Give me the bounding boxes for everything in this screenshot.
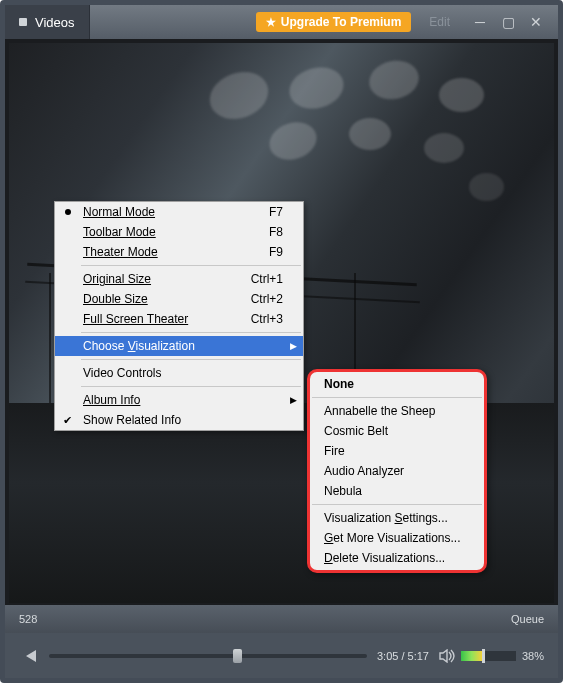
menu-item-toolbar-mode[interactable]: Toolbar Mode F8 <box>55 222 303 242</box>
submenu-item-get-more-visualizations[interactable]: Get More Visualizations... <box>310 528 484 548</box>
menu-label: Choose Visualization <box>83 339 195 353</box>
bottom-panel: 528 Queue 3:05 / 5:17 38% <box>5 605 558 678</box>
menu-separator <box>81 265 301 266</box>
submenu-item-delete-visualizations[interactable]: Delete Visualizations... <box>310 548 484 568</box>
shortcut: Ctrl+1 <box>251 272 283 286</box>
menu-label: Normal Mode <box>83 205 155 219</box>
bokeh-light <box>349 118 391 150</box>
menu-item-full-screen-theater[interactable]: Full Screen Theater Ctrl+3 <box>55 309 303 329</box>
tab-icon <box>19 18 27 26</box>
submenu-label: Annabelle the Sheep <box>324 404 435 418</box>
menu-separator <box>312 397 482 398</box>
bokeh-light <box>203 64 275 127</box>
menu-separator <box>81 359 301 360</box>
submenu-label: Fire <box>324 444 345 458</box>
video-area[interactable]: Normal Mode F7 Toolbar Mode F8 Theater M… <box>5 39 558 605</box>
volume-icon[interactable] <box>439 649 455 663</box>
queue-button[interactable]: Queue <box>511 613 544 625</box>
volume-bar[interactable] <box>461 651 516 661</box>
prev-button[interactable] <box>19 646 39 666</box>
submenu-label: Audio Analyzer <box>324 464 404 478</box>
bokeh-light <box>469 173 504 201</box>
menu-label: Video Controls <box>83 366 162 380</box>
tab-label: Videos <box>35 15 75 30</box>
menu-label: Toolbar Mode <box>83 225 156 239</box>
volume-fill <box>461 651 482 661</box>
submenu-item-fire[interactable]: Fire <box>310 441 484 461</box>
playback-controls: 3:05 / 5:17 38% <box>5 633 558 678</box>
menu-item-original-size[interactable]: Original Size Ctrl+1 <box>55 269 303 289</box>
menu-label: Original Size <box>83 272 151 286</box>
submenu-label: Visualization Settings... <box>324 511 448 525</box>
submenu-item-annabelle[interactable]: Annabelle the Sheep <box>310 401 484 421</box>
bokeh-light <box>285 62 348 115</box>
titlebar: Videos ★ Upgrade To Premium Edit ─ ▢ ✕ <box>5 5 558 39</box>
menu-item-choose-visualization[interactable]: Choose Visualization ▶ <box>55 336 303 356</box>
status-left: 528 <box>19 613 37 625</box>
volume-knob[interactable] <box>482 649 485 663</box>
shortcut: Ctrl+3 <box>251 312 283 326</box>
status-bar: 528 Queue <box>5 605 558 633</box>
submenu-item-cosmic-belt[interactable]: Cosmic Belt <box>310 421 484 441</box>
minimize-button[interactable]: ─ <box>466 11 494 33</box>
submenu-label: Delete Visualizations... <box>324 551 445 565</box>
radio-selected-icon <box>65 209 71 215</box>
window-buttons: ─ ▢ ✕ <box>466 11 550 33</box>
menu-item-album-info[interactable]: Album Info ▶ <box>55 390 303 410</box>
menu-item-video-controls[interactable]: Video Controls <box>55 363 303 383</box>
submenu-label: None <box>324 377 354 391</box>
context-menu: Normal Mode F7 Toolbar Mode F8 Theater M… <box>54 201 304 431</box>
menu-label: Album Info <box>83 393 140 407</box>
seek-track <box>49 654 367 658</box>
volume-row: 38% <box>439 649 544 663</box>
star-icon: ★ <box>266 16 276 29</box>
time-display: 3:05 / 5:17 <box>377 650 429 662</box>
submenu-item-visualization-settings[interactable]: Visualization Settings... <box>310 508 484 528</box>
bokeh-light <box>366 56 423 104</box>
maximize-button[interactable]: ▢ <box>494 11 522 33</box>
submenu-label: Nebula <box>324 484 362 498</box>
app-window: Videos ★ Upgrade To Premium Edit ─ ▢ ✕ <box>0 0 563 683</box>
bokeh-light <box>265 116 322 165</box>
shortcut: F8 <box>269 225 283 239</box>
menu-label: Double Size <box>83 292 148 306</box>
edit-button[interactable]: Edit <box>421 12 458 32</box>
menu-separator <box>81 386 301 387</box>
menu-item-show-related-info[interactable]: ✔ Show Related Info <box>55 410 303 430</box>
visualization-submenu: None Annabelle the Sheep Cosmic Belt Fir… <box>307 369 487 573</box>
menu-item-normal-mode[interactable]: Normal Mode F7 <box>55 202 303 222</box>
menu-item-theater-mode[interactable]: Theater Mode F9 <box>55 242 303 262</box>
submenu-label: Cosmic Belt <box>324 424 388 438</box>
menu-label: Full Screen Theater <box>83 312 188 326</box>
shortcut: Ctrl+2 <box>251 292 283 306</box>
submenu-label: Get More Visualizations... <box>324 531 461 545</box>
seek-bar[interactable] <box>49 647 367 665</box>
shortcut: F7 <box>269 205 283 219</box>
submenu-item-audio-analyzer[interactable]: Audio Analyzer <box>310 461 484 481</box>
submenu-item-nebula[interactable]: Nebula <box>310 481 484 501</box>
menu-label: Show Related Info <box>83 413 181 427</box>
menu-separator <box>312 504 482 505</box>
close-button[interactable]: ✕ <box>522 11 550 33</box>
bokeh-light <box>424 133 464 163</box>
premium-label: Upgrade To Premium <box>281 15 401 29</box>
menu-separator <box>81 332 301 333</box>
upgrade-premium-button[interactable]: ★ Upgrade To Premium <box>256 12 411 32</box>
submenu-item-none[interactable]: None <box>310 374 484 394</box>
check-icon: ✔ <box>63 414 72 427</box>
bokeh-light <box>439 78 484 112</box>
prev-icon <box>22 650 36 662</box>
volume-percent: 38% <box>522 650 544 662</box>
shortcut: F9 <box>269 245 283 259</box>
tab-videos[interactable]: Videos <box>5 5 90 39</box>
menu-item-double-size[interactable]: Double Size Ctrl+2 <box>55 289 303 309</box>
seek-knob[interactable] <box>233 649 242 663</box>
submenu-arrow-icon: ▶ <box>290 341 297 351</box>
menu-label: Theater Mode <box>83 245 158 259</box>
submenu-arrow-icon: ▶ <box>290 395 297 405</box>
